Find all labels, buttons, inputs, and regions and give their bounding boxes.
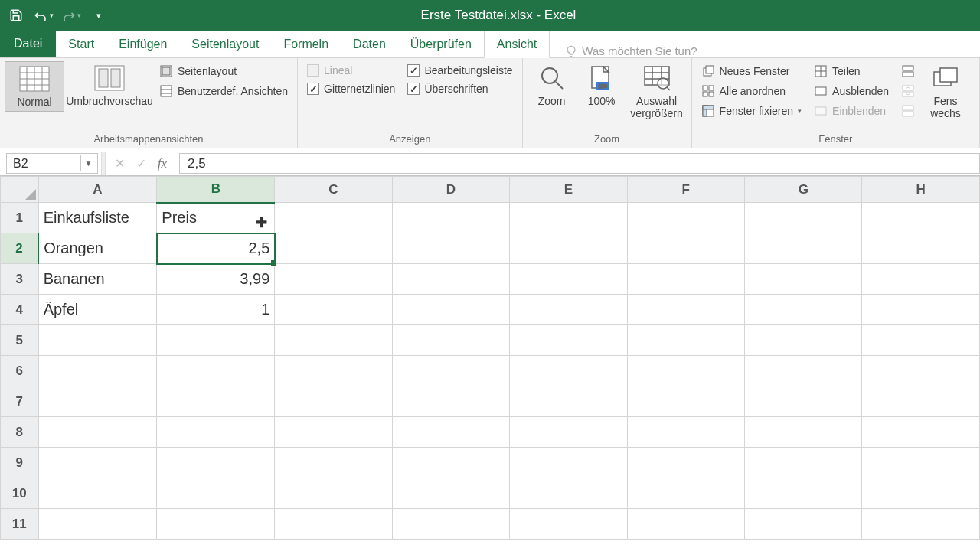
freeze-panes-button[interactable]: Fenster fixieren ▾	[700, 103, 803, 119]
cell-H11[interactable]	[862, 509, 980, 540]
name-box[interactable]: B2 ▼	[6, 153, 98, 174]
row-header-7[interactable]: 7	[1, 386, 39, 417]
tab-seitenlayout[interactable]: Seitenlayout	[179, 31, 271, 57]
hide-button[interactable]: Ausblenden	[812, 83, 890, 99]
toggle-formulabar[interactable]: Bearbeitungsleiste	[406, 63, 514, 78]
new-window-button[interactable]: Neues Fenster	[700, 63, 803, 80]
column-header-G[interactable]: G	[745, 177, 862, 203]
cell-E3[interactable]	[510, 264, 627, 295]
undo-icon[interactable]: ▾	[34, 5, 54, 25]
cell-F7[interactable]	[627, 386, 744, 417]
cell-F8[interactable]	[627, 417, 744, 448]
cell-A6[interactable]	[38, 356, 157, 386]
row-header-11[interactable]: 11	[1, 509, 39, 540]
cell-H10[interactable]	[862, 478, 980, 509]
cell-B5[interactable]	[157, 325, 275, 356]
cell-E11[interactable]	[510, 509, 627, 540]
column-header-C[interactable]: C	[275, 177, 392, 203]
cell-B3[interactable]: 3,99	[157, 264, 275, 295]
cell-A1[interactable]: Einkaufsliste	[38, 203, 157, 233]
row-header-6[interactable]: 6	[1, 356, 39, 386]
column-header-F[interactable]: F	[627, 177, 744, 203]
row-header-2[interactable]: 2	[1, 233, 39, 264]
cell-E7[interactable]	[510, 386, 627, 417]
cell-C5[interactable]	[275, 325, 392, 356]
select-all-corner[interactable]	[1, 177, 39, 203]
cell-C7[interactable]	[275, 386, 392, 417]
cell-A9[interactable]	[38, 448, 157, 478]
view-pagelayout-button[interactable]: Seitenlayout	[158, 63, 289, 80]
cell-C3[interactable]	[275, 264, 392, 295]
toggle-headings[interactable]: Überschriften	[406, 81, 514, 96]
save-icon[interactable]	[6, 5, 26, 25]
column-header-H[interactable]: H	[862, 177, 980, 203]
cell-H6[interactable]	[862, 356, 980, 386]
view-normal-button[interactable]: Normal	[5, 61, 64, 112]
cell-D8[interactable]	[392, 417, 509, 448]
sync-scroll-button[interactable]	[900, 83, 916, 99]
cell-B1[interactable]: Preis	[157, 203, 275, 233]
cell-D3[interactable]	[392, 264, 509, 295]
cell-A10[interactable]	[38, 478, 157, 509]
switch-windows-button[interactable]: Fens wechs	[923, 61, 969, 122]
cell-A2[interactable]: Orangen	[38, 233, 157, 264]
cell-C8[interactable]	[275, 417, 392, 448]
column-header-B[interactable]: B	[157, 177, 275, 203]
column-header-A[interactable]: A	[38, 177, 157, 203]
cell-D4[interactable]	[392, 295, 509, 325]
tab-einfügen[interactable]: Einfügen	[106, 31, 179, 57]
fx-button[interactable]: fx	[152, 156, 173, 171]
cell-B7[interactable]	[157, 386, 275, 417]
cell-A4[interactable]: Äpfel	[38, 295, 157, 325]
cell-A3[interactable]: Bananen	[38, 264, 157, 295]
reset-pos-button[interactable]	[900, 103, 916, 119]
cell-A5[interactable]	[38, 325, 157, 356]
side-by-side-button[interactable]	[900, 63, 916, 80]
formula-input[interactable]: 2,5	[179, 153, 980, 174]
cell-H9[interactable]	[862, 448, 980, 478]
row-header-5[interactable]: 5	[1, 325, 39, 356]
cell-G9[interactable]	[745, 448, 862, 478]
cell-D6[interactable]	[392, 356, 509, 386]
cell-F10[interactable]	[627, 478, 744, 509]
cell-E5[interactable]	[510, 325, 627, 356]
cell-G1[interactable]	[745, 203, 862, 233]
cell-D9[interactable]	[392, 448, 509, 478]
cell-D5[interactable]	[392, 325, 509, 356]
cell-G8[interactable]	[745, 417, 862, 448]
cell-G3[interactable]	[745, 264, 862, 295]
split-button[interactable]: Teilen	[812, 63, 890, 80]
spreadsheet-grid[interactable]: ABCDEFGH1EinkaufslistePreis2Orangen2,53B…	[0, 176, 980, 540]
tab-daten[interactable]: Daten	[341, 31, 398, 57]
tab-ansicht[interactable]: Ansicht	[484, 31, 550, 58]
cell-G10[interactable]	[745, 478, 862, 509]
column-header-E[interactable]: E	[510, 177, 627, 203]
cell-B4[interactable]: 1	[157, 295, 275, 325]
view-custom-button[interactable]: Benutzerdef. Ansichten	[158, 83, 289, 99]
cell-G7[interactable]	[745, 386, 862, 417]
cell-H7[interactable]	[862, 386, 980, 417]
zoom-button[interactable]: Zoom	[528, 61, 577, 110]
cell-B6[interactable]	[157, 356, 275, 386]
arrange-all-button[interactable]: Alle anordnen	[700, 83, 803, 99]
tab-überprüfen[interactable]: Überprüfen	[398, 31, 484, 57]
row-header-9[interactable]: 9	[1, 448, 39, 478]
cell-E1[interactable]	[510, 203, 627, 233]
cell-G4[interactable]	[745, 295, 862, 325]
cell-G5[interactable]	[745, 325, 862, 356]
row-header-8[interactable]: 8	[1, 417, 39, 448]
cell-B11[interactable]	[157, 509, 275, 540]
redo-icon[interactable]: ▾	[61, 5, 81, 25]
qat-customize-icon[interactable]: ▾	[89, 5, 109, 25]
cell-C6[interactable]	[275, 356, 392, 386]
cell-B10[interactable]	[157, 478, 275, 509]
cell-E6[interactable]	[510, 356, 627, 386]
cell-C11[interactable]	[275, 509, 392, 540]
cell-B9[interactable]	[157, 448, 275, 478]
tab-start[interactable]: Start	[56, 31, 106, 57]
cell-F4[interactable]	[627, 295, 744, 325]
cell-A11[interactable]	[38, 509, 157, 540]
cell-G2[interactable]	[745, 233, 862, 264]
cell-F5[interactable]	[627, 325, 744, 356]
cell-E2[interactable]	[510, 233, 627, 264]
